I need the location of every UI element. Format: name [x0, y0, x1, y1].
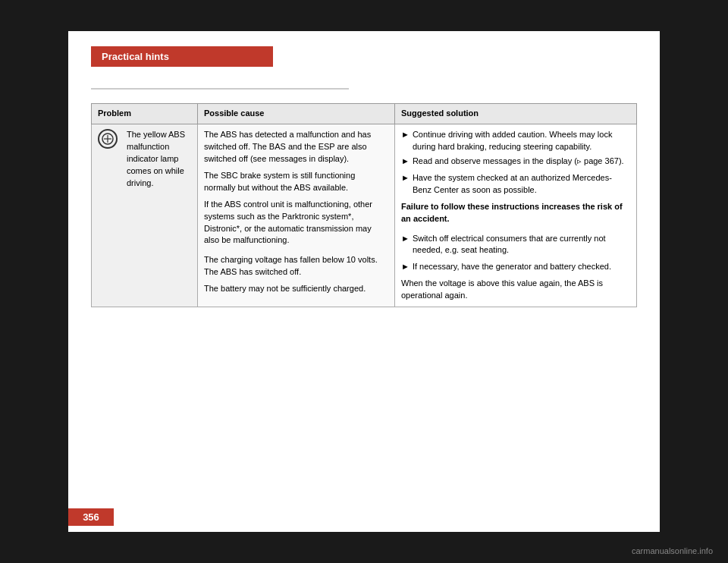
solution-cell: ► Continue driving with added caution. W…: [395, 124, 637, 307]
col-cause: Possible cause: [198, 104, 395, 124]
arrow-icon-5: ►: [401, 261, 410, 273]
hints-table: Problem Possible cause Suggested solutio…: [91, 103, 637, 307]
solution-bullet-4: ► Switch off electrical consumers that a…: [401, 233, 630, 257]
problem-cell: The yellow ABS malfunction indicator lam…: [92, 124, 198, 307]
solution-text-4: Switch off electrical consumers that are…: [413, 233, 630, 257]
table-row: The yellow ABS malfunction indicator lam…: [92, 124, 637, 307]
col-problem: Problem: [92, 104, 198, 124]
arrow-icon-4: ►: [401, 233, 410, 245]
solution-note: When the voltage is above this value aga…: [401, 278, 630, 302]
page-container: Practical hints Problem Possible cause S…: [68, 31, 660, 532]
page-number: 356: [68, 508, 114, 526]
solution-bullet-1: ► Continue driving with added caution. W…: [401, 129, 630, 153]
solution-bullet-5: ► If necessary, have the generator and b…: [401, 261, 630, 273]
watermark: carmanualsonline.info: [632, 546, 713, 555]
col-solution: Suggested solution: [395, 104, 637, 124]
problem-cell-inner: The yellow ABS malfunction indicator lam…: [98, 129, 191, 190]
arrow-icon-3: ►: [401, 172, 410, 184]
problem-description: The yellow ABS malfunction indicator lam…: [127, 129, 191, 190]
solution-text-2: Read and observe messages in the display…: [413, 156, 624, 168]
solution-text-3: Have the system checked at an authorized…: [413, 172, 630, 197]
cause-cell: The ABS has detected a malfunction and h…: [198, 124, 395, 307]
solution-bullet-3: ► Have the system checked at an authoriz…: [401, 172, 630, 197]
section-header: Practical hints: [91, 46, 273, 67]
arrow-icon-1: ►: [401, 129, 410, 141]
cause-paragraph-1: The ABS has detected a malfunction and h…: [204, 129, 388, 165]
cause-paragraph-3: If the ABS control unit is malfunctionin…: [204, 199, 388, 247]
solution-text-5: If necessary, have the generator and bat…: [413, 261, 611, 273]
solution-warning: Failure to follow these instructions inc…: [401, 201, 630, 225]
solution-text-1: Continue driving with added caution. Whe…: [413, 129, 630, 153]
arrow-icon-2: ►: [401, 156, 410, 168]
cause-paragraph-2: The SBC brake system is still functionin…: [204, 170, 388, 194]
cause-paragraph-5: The battery may not be sufficiently char…: [204, 283, 388, 295]
section-title: Practical hints: [102, 51, 169, 62]
divider: [91, 88, 349, 90]
solution-bullet-2: ► Read and observe messages in the displ…: [401, 156, 630, 168]
abs-circle-icon: [101, 132, 115, 146]
cause-paragraph-4: The charging voltage has fallen below 10…: [204, 254, 388, 278]
table-header-row: Problem Possible cause Suggested solutio…: [92, 104, 637, 124]
abs-warning-icon: [98, 129, 118, 149]
